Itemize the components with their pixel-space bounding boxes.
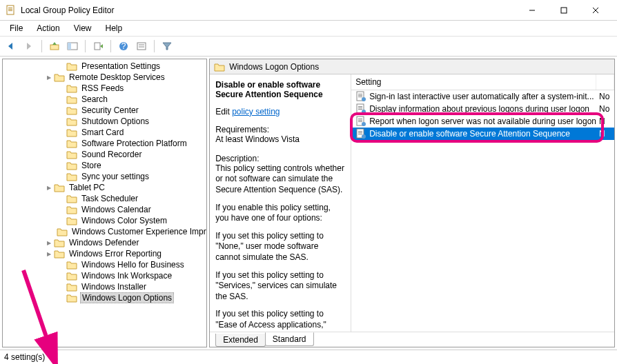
- policy-row[interactable]: Disable or enable software Secure Attent…: [351, 128, 614, 140]
- tab-standard[interactable]: Standard: [265, 332, 314, 346]
- tree-item[interactable]: Windows Calendar: [3, 204, 206, 215]
- policy-icon: [355, 116, 366, 127]
- tree-item[interactable]: Presentation Settings: [3, 61, 206, 72]
- separator: [154, 40, 155, 52]
- policy-detail-pane[interactable]: Disable or enable software Secure Attent…: [210, 74, 351, 332]
- policy-row-label: Disable or enable software Secure Attent…: [369, 129, 599, 139]
- title-bar: Local Group Policy Editor: [0, 0, 617, 21]
- svg-point-41: [362, 134, 366, 139]
- tree-item[interactable]: Windows Customer Experience Improvement …: [3, 226, 206, 237]
- folder-icon: [66, 282, 77, 292]
- tree-item-label: Store: [80, 161, 103, 170]
- help-button[interactable]: ?: [115, 38, 132, 54]
- tree-item[interactable]: Task Scheduler: [3, 193, 206, 204]
- tree-item[interactable]: Software Protection Platform: [3, 138, 206, 149]
- tree-item-label: Windows Color System: [80, 216, 168, 225]
- maximize-button[interactable]: [548, 0, 580, 21]
- svg-marker-9: [27, 43, 31, 50]
- description-text: If you set this policy setting to "None,…: [215, 231, 345, 263]
- tree-item-label: Software Protection Platform: [80, 139, 188, 148]
- tree-item[interactable]: ▶Remote Desktop Services: [3, 72, 206, 83]
- expander-icon[interactable]: ▶: [44, 74, 54, 81]
- tree-item[interactable]: Sound Recorder: [3, 149, 206, 160]
- tree-item[interactable]: ▶Windows Defender: [3, 237, 206, 248]
- up-level-button[interactable]: [46, 38, 63, 54]
- expander-icon[interactable]: ▶: [44, 185, 54, 191]
- tree-item[interactable]: Store: [3, 160, 206, 171]
- column-setting[interactable]: Setting: [351, 74, 596, 90]
- svg-rect-30: [358, 109, 362, 110]
- tree-item-label: Search: [80, 94, 109, 104]
- tree-item[interactable]: ▶Tablet PC: [3, 182, 206, 193]
- tree-item[interactable]: Sync your settings: [3, 171, 206, 182]
- tree-item-label: Presentation Settings: [80, 61, 161, 71]
- details-header-title: Windows Logon Options: [229, 62, 319, 72]
- close-button[interactable]: [580, 0, 611, 21]
- properties-button[interactable]: [133, 38, 150, 54]
- tree-item[interactable]: Search: [3, 94, 206, 105]
- tree-item[interactable]: Windows Installer: [3, 281, 206, 292]
- svg-rect-35: [358, 121, 362, 122]
- tree-item[interactable]: ▶Windows Error Reporting: [3, 248, 206, 259]
- svg-rect-24: [358, 95, 362, 96]
- list-rows: Sign-in last interactive user automatica…: [351, 90, 614, 332]
- folder-icon: [57, 227, 68, 236]
- status-bar: 4 setting(s): [0, 350, 617, 364]
- svg-rect-33: [358, 119, 362, 119]
- policy-icon: [355, 128, 366, 139]
- menu-bar: File Action View Help: [0, 21, 617, 36]
- menu-action[interactable]: Action: [31, 22, 65, 34]
- tree-item-label: Windows Calendar: [80, 205, 153, 214]
- filter-button[interactable]: [159, 38, 175, 54]
- tree-item[interactable]: Security Center: [3, 105, 206, 116]
- description-text: This policy setting controls whether or …: [215, 163, 345, 196]
- svg-marker-21: [163, 43, 171, 50]
- tree-item[interactable]: Windows Color System: [3, 215, 206, 226]
- forward-button[interactable]: [21, 38, 37, 54]
- svg-rect-14: [95, 43, 100, 50]
- expander-icon[interactable]: ▶: [44, 240, 54, 246]
- tree-item-label: Windows Ink Workspace: [80, 271, 173, 281]
- edit-policy-link[interactable]: policy setting: [232, 107, 280, 117]
- folder-icon: [66, 94, 77, 104]
- separator: [110, 40, 111, 52]
- policy-row[interactable]: Sign-in last interactive user automatica…: [351, 90, 614, 103]
- tree-item-label: Security Center: [80, 105, 140, 115]
- svg-rect-34: [358, 120, 362, 121]
- back-button[interactable]: [3, 38, 19, 54]
- show-hide-button[interactable]: [64, 38, 81, 54]
- tree-item-label: Windows Hello for Business: [80, 260, 186, 270]
- folder-icon: [66, 172, 77, 181]
- menu-view[interactable]: View: [68, 22, 97, 34]
- tree-item[interactable]: Smart Card: [3, 127, 206, 138]
- svg-marker-11: [52, 42, 57, 45]
- svg-marker-8: [8, 43, 12, 50]
- tree-item[interactable]: Shutdown Options: [3, 116, 206, 127]
- export-list-button[interactable]: [90, 38, 106, 54]
- tree-item[interactable]: Windows Logon Options: [3, 292, 206, 303]
- folder-icon: [54, 249, 65, 259]
- tree: Presentation Settings▶Remote Desktop Ser…: [3, 59, 206, 305]
- policy-row[interactable]: Report when logon server was not availab…: [351, 115, 614, 128]
- svg-point-36: [362, 122, 366, 126]
- tree-item[interactable]: Windows Hello for Business: [3, 259, 206, 270]
- svg-rect-29: [358, 108, 362, 108]
- tree-item[interactable]: RSS Feeds: [3, 83, 206, 94]
- minimize-button[interactable]: [516, 0, 548, 21]
- tree-item[interactable]: Windows Ink Workspace: [3, 270, 206, 281]
- svg-rect-28: [358, 106, 362, 107]
- tab-extended[interactable]: Extended: [215, 334, 266, 347]
- folder-icon: [54, 238, 65, 247]
- folder-icon: [66, 216, 77, 225]
- menu-file[interactable]: File: [4, 22, 28, 34]
- menu-help[interactable]: Help: [100, 22, 128, 34]
- svg-rect-40: [358, 134, 362, 134]
- tool-bar: ?: [0, 36, 617, 57]
- window-buttons: [516, 0, 611, 21]
- policy-row[interactable]: Display information about previous logon…: [351, 103, 614, 115]
- tree-scroll[interactable]: Presentation Settings▶Remote Desktop Ser…: [3, 59, 206, 347]
- expander-icon[interactable]: ▶: [44, 251, 54, 257]
- column-state[interactable]: [596, 74, 614, 90]
- svg-rect-10: [50, 45, 59, 50]
- folder-icon: [66, 161, 77, 170]
